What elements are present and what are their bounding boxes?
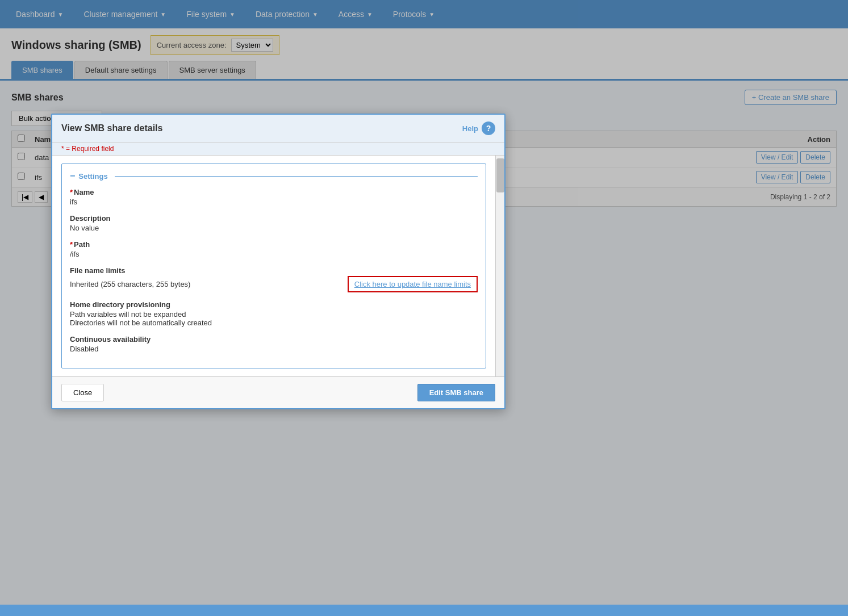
- view-smb-share-modal: View SMB share details Help ? * = Requir…: [51, 114, 506, 216]
- field-description-label: Description: [70, 214, 478, 216]
- field-name: *Name ifs: [70, 188, 478, 206]
- modal-header: View SMB share details Help ?: [52, 115, 504, 143]
- modal-body: Settings *Name ifs Description No value: [52, 156, 504, 216]
- modal-title: View SMB share details: [61, 123, 162, 133]
- field-name-label: *Name: [70, 188, 478, 196]
- help-icon[interactable]: ?: [482, 121, 495, 135]
- modal-scroll-area[interactable]: Settings *Name ifs Description No value: [52, 156, 495, 216]
- field-description: Description No value: [70, 214, 478, 216]
- modal-scrollbar-track[interactable]: [495, 156, 504, 216]
- settings-section-title: Settings: [70, 171, 478, 181]
- modal-overlay: View SMB share details Help ? * = Requir…: [0, 0, 848, 216]
- modal-scrollbar-thumb: [496, 158, 504, 192]
- required-note: * = Required field: [52, 143, 504, 156]
- modal-help[interactable]: Help ?: [462, 121, 495, 135]
- help-label: Help: [462, 124, 478, 133]
- settings-section: Settings *Name ifs Description No value: [61, 164, 486, 216]
- field-name-value: ifs: [70, 198, 478, 206]
